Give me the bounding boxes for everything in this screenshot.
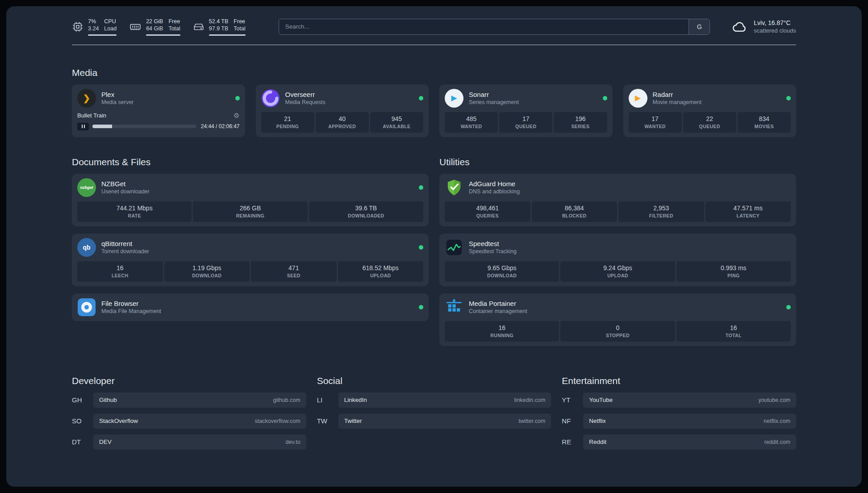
service-card-filebrowser[interactable]: File Browser Media File Management — [72, 293, 429, 321]
stat-block: 17QUEUED — [499, 112, 552, 133]
stat-value: 0.993 ms — [721, 264, 747, 272]
gear-icon[interactable]: ⚙ — [234, 112, 239, 120]
bookmark-abbr: NF — [562, 417, 583, 425]
disk-widget-body: 52.4 TB97.9 TB FreeTotal — [209, 18, 246, 36]
cpu-label: CPU — [104, 18, 117, 25]
cloud-icon — [730, 19, 748, 35]
service-card-qbittorrent[interactable]: qb qBittorrent Torrent downloader 16LEEC… — [72, 234, 429, 286]
bookmark-abbr: DT — [72, 438, 93, 446]
bookmark-name: Github — [99, 397, 117, 403]
bookmark-netflix[interactable]: NF Netflixnetflix.com — [562, 414, 796, 429]
qbittorrent-icon: qb — [77, 238, 96, 257]
bookmark-group-title: Social — [317, 376, 551, 386]
bookmark-reddit[interactable]: RE Redditreddit.com — [562, 435, 796, 450]
bookmark-stackoverflow[interactable]: SO StackOverflowstackoverflow.com — [72, 414, 306, 429]
middle-columns: Documents & Files nzbget NZBGet Usenet d… — [72, 157, 796, 346]
bookmark-group-title: Developer — [72, 376, 306, 386]
bookmark-group-developer: Developer GH Githubgithub.com SO StackOv… — [72, 376, 306, 455]
memory-total-label: Total — [168, 25, 180, 32]
stat-value: 471 — [288, 264, 299, 272]
service-desc: Usenet downloader — [101, 188, 150, 195]
bookmark-domain: netflix.com — [764, 418, 790, 424]
screen: 7%3.24 CPULoad 22 GiB64 GiB FreeTotal 52… — [0, 0, 868, 493]
service-text: Sonarr Series management — [469, 91, 519, 105]
stat-label: DOWNLOAD — [192, 273, 221, 278]
memory-free-value: 22 GiB — [146, 18, 163, 25]
service-name: Media Portainer — [469, 300, 527, 307]
service-text: File Browser Media File Management — [101, 300, 161, 314]
media-grid: ❯ Plex Media server Bullet Train ⚙ — [72, 84, 796, 137]
speedtest-stats: 9.65 GbpsDOWNLOAD 9.24 GbpsUPLOAD 0.993 … — [445, 261, 791, 282]
service-desc: Media File Management — [101, 308, 161, 314]
cpu-widget: 7%3.24 CPULoad — [72, 18, 117, 36]
stat-value: 498,461 — [476, 205, 499, 212]
service-name: qBittorrent — [101, 240, 149, 247]
service-text: Media Portainer Container management — [469, 300, 527, 314]
search-bar: G — [279, 19, 710, 35]
stat-block: 485WANTED — [445, 112, 498, 133]
search-provider-button[interactable]: G — [689, 19, 709, 34]
service-card-plex[interactable]: ❯ Plex Media server Bullet Train ⚙ — [72, 84, 245, 137]
section-documents: Documents & Files nzbget NZBGet Usenet d… — [72, 157, 429, 321]
service-card-overseerr[interactable]: Overseerr Media Requests 21PENDING 40APP… — [256, 84, 429, 137]
playback-time: 24:44 / 02:06:47 — [201, 123, 240, 130]
stat-label: QUEUED — [515, 124, 536, 129]
stat-value: 196 — [575, 115, 585, 122]
stat-label: QUERIES — [476, 213, 499, 218]
stat-label: RATE — [128, 213, 141, 218]
stat-block: 47.571 msLATENCY — [705, 201, 791, 222]
weather-widget[interactable]: Lviv, 16.87°C scattered clouds — [730, 19, 796, 35]
stat-value: 39.6 TB — [355, 205, 377, 212]
weather-text: Lviv, 16.87°C scattered clouds — [754, 19, 796, 34]
bookmark-dev[interactable]: DT DEVdev.to — [72, 435, 306, 450]
service-text: Radarr Movie management — [653, 91, 702, 105]
bookmark-linkedin[interactable]: LI LinkedInlinkedin.com — [317, 393, 551, 408]
stat-label: DOWNLOADED — [348, 213, 384, 218]
search-input[interactable] — [279, 19, 689, 34]
bookmark-twitter[interactable]: TW Twittertwitter.com — [317, 414, 551, 429]
stat-block: 196SERIES — [554, 112, 607, 133]
stat-value: 266 GB — [240, 205, 261, 212]
stat-label: SERIES — [571, 124, 589, 129]
service-card-portainer[interactable]: Media Portainer Container management 16R… — [439, 293, 796, 346]
pause-button[interactable] — [77, 123, 89, 130]
status-dot — [419, 96, 423, 100]
stat-block: 17WANTED — [629, 112, 682, 133]
sonarr-stats: 485WANTED 17QUEUED 196SERIES — [445, 112, 607, 133]
stat-value: 17 — [651, 115, 659, 122]
dashboard: 7%3.24 CPULoad 22 GiB64 GiB FreeTotal 52… — [6, 6, 862, 487]
service-card-sonarr[interactable]: ▶ Sonarr Series management 485WANTED 17Q… — [439, 84, 613, 137]
stat-label: STOPPED — [606, 333, 630, 338]
service-name: Radarr — [653, 91, 702, 98]
disk-total-label: Total — [234, 25, 245, 32]
bookmark-domain: twitter.com — [519, 418, 546, 424]
stat-value: 17 — [522, 115, 530, 122]
bookmark-domain: stackoverflow.com — [255, 418, 300, 424]
bookmark-github[interactable]: GH Githubgithub.com — [72, 393, 306, 408]
bookmark-abbr: TW — [317, 417, 338, 425]
disk-free-label: Free — [234, 18, 245, 25]
adguard-stats: 498,461QUERIES 86,384BLOCKED 2,953FILTER… — [445, 201, 791, 222]
bookmark-abbr: LI — [317, 396, 338, 404]
bookmark-domain: linkedin.com — [514, 397, 545, 403]
service-card-speedtest[interactable]: Speedtest Speedtest Tracking 9.65 GbpsDO… — [439, 234, 796, 286]
playback-progress-bar[interactable] — [92, 125, 196, 128]
bookmark-youtube[interactable]: YT YouTubeyoutube.com — [562, 393, 796, 408]
stat-label: QUEUED — [699, 124, 720, 129]
bookmark-name: LinkedIn — [344, 397, 367, 403]
service-card-adguard[interactable]: AdGuard Home DNS and adblocking 498,461Q… — [439, 174, 796, 226]
service-name: Sonarr — [469, 91, 519, 98]
bookmark-name: StackOverflow — [99, 418, 138, 424]
stat-block: 834MOVIES — [738, 112, 791, 133]
portainer-icon — [445, 298, 463, 317]
service-desc: Container management — [469, 308, 527, 314]
stat-block: 471SEED — [251, 261, 337, 282]
stat-block: 16RUNNING — [445, 321, 559, 342]
service-text: Overseerr Media Requests — [285, 91, 326, 105]
service-card-nzbget[interactable]: nzbget NZBGet Usenet downloader 744.21 M… — [72, 174, 429, 226]
stat-block: 744.21 MbpsRATE — [77, 201, 192, 222]
service-card-radarr[interactable]: ▶ Radarr Movie management 17WANTED 22QUE… — [623, 84, 797, 137]
service-name: Speedtest — [469, 240, 517, 247]
status-dot — [419, 185, 423, 190]
bookmark-abbr: YT — [562, 396, 583, 404]
